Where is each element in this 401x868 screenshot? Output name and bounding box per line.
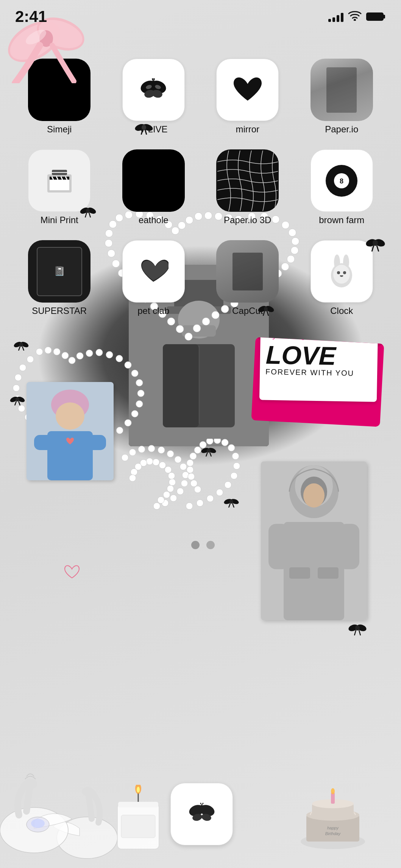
app-grid-row2: Mini Print eathole bbox=[15, 149, 386, 225]
love-card-subtitle: FOREVER WITH YOU bbox=[265, 368, 371, 378]
app-paperio[interactable]: Paper.io bbox=[298, 59, 386, 135]
app-capcut[interactable]: CapCut bbox=[203, 240, 292, 316]
svg-point-163 bbox=[138, 446, 145, 453]
svg-point-265 bbox=[355, 625, 360, 630]
svg-point-128 bbox=[131, 410, 138, 417]
svg-point-98 bbox=[264, 307, 268, 311]
svg-rect-2 bbox=[383, 15, 385, 19]
svg-point-198 bbox=[214, 439, 221, 444]
bow-decoration-pearl-1 bbox=[80, 204, 97, 219]
swan-left bbox=[0, 766, 95, 860]
svg-line-267 bbox=[359, 630, 360, 635]
cake-item: happy Birthday bbox=[295, 777, 371, 853]
svg-point-36 bbox=[337, 271, 340, 274]
svg-line-148 bbox=[22, 346, 24, 351]
app-mirror[interactable]: mirror bbox=[203, 59, 292, 135]
svg-line-100 bbox=[267, 311, 268, 316]
svg-point-183 bbox=[146, 458, 153, 465]
app-petclab[interactable]: pet clab bbox=[109, 240, 198, 316]
svg-line-216 bbox=[229, 503, 230, 508]
svg-line-147 bbox=[19, 346, 20, 351]
svg-line-99 bbox=[263, 311, 265, 316]
app-label-superstar: SUPERSTAR bbox=[32, 306, 87, 316]
svg-point-175 bbox=[158, 497, 164, 503]
svg-point-186 bbox=[131, 469, 137, 475]
svg-point-49 bbox=[289, 229, 296, 236]
svg-rect-1 bbox=[367, 13, 383, 20]
svg-point-182 bbox=[153, 459, 159, 466]
svg-point-203 bbox=[187, 460, 193, 466]
svg-point-140 bbox=[62, 352, 69, 359]
svg-point-193 bbox=[231, 472, 237, 479]
bow-decoration-1 bbox=[134, 120, 153, 136]
svg-point-168 bbox=[180, 463, 187, 470]
svg-point-180 bbox=[165, 466, 172, 473]
svg-line-153 bbox=[19, 401, 20, 405]
bow-decoration-third-2 bbox=[223, 495, 239, 509]
bow-decoration-lower-1 bbox=[13, 339, 29, 352]
app-label-miniprint: Mini Print bbox=[41, 215, 78, 225]
svg-point-187 bbox=[129, 475, 136, 481]
svg-point-134 bbox=[116, 355, 123, 362]
svg-point-139 bbox=[69, 357, 75, 364]
app-superstar[interactable]: 📓 SUPERSTAR bbox=[15, 240, 104, 316]
svg-text:happy: happy bbox=[327, 826, 339, 830]
svg-point-166 bbox=[167, 450, 174, 457]
svg-point-230 bbox=[23, 779, 37, 789]
svg-point-199 bbox=[206, 439, 213, 444]
svg-point-172 bbox=[170, 495, 177, 502]
svg-point-37 bbox=[343, 271, 346, 274]
svg-point-171 bbox=[177, 488, 184, 495]
svg-point-138 bbox=[76, 352, 83, 359]
svg-point-133 bbox=[125, 362, 131, 368]
svg-line-261 bbox=[372, 245, 374, 252]
svg-point-194 bbox=[233, 463, 240, 469]
svg-text:8: 8 bbox=[340, 177, 343, 185]
love-card: My Darling LOVE FOREVER WITH YOU bbox=[253, 340, 382, 450]
svg-rect-237 bbox=[118, 802, 158, 807]
svg-point-126 bbox=[116, 427, 123, 434]
svg-text:Birthday: Birthday bbox=[325, 831, 341, 836]
svg-point-114 bbox=[13, 385, 20, 391]
svg-point-167 bbox=[175, 456, 181, 463]
svg-point-247 bbox=[200, 803, 201, 804]
bow-decoration-right bbox=[365, 234, 386, 253]
svg-point-164 bbox=[148, 445, 155, 452]
bow-decoration-third-1 bbox=[201, 444, 217, 458]
svg-point-191 bbox=[216, 489, 223, 496]
bottom-left-photo bbox=[27, 382, 114, 480]
status-icons bbox=[328, 10, 386, 23]
svg-point-207 bbox=[194, 486, 201, 493]
svg-point-143 bbox=[36, 348, 43, 355]
svg-point-65 bbox=[176, 325, 184, 333]
app-grid-row3: 📓 SUPERSTAR pet clab CapCut bbox=[15, 240, 386, 316]
svg-point-18 bbox=[153, 78, 155, 80]
svg-point-190 bbox=[207, 495, 214, 502]
svg-point-129 bbox=[136, 401, 143, 407]
app-brownfarm[interactable]: 8 brown farm bbox=[298, 149, 386, 225]
svg-point-260 bbox=[373, 240, 378, 246]
battery-icon bbox=[366, 12, 386, 22]
svg-point-112 bbox=[19, 364, 26, 371]
candle-item bbox=[110, 785, 167, 853]
svg-point-63 bbox=[193, 325, 201, 332]
app-paperio3d[interactable]: Paper.io 3D bbox=[203, 149, 292, 225]
app-vlive[interactable]: V LIVE bbox=[109, 59, 198, 135]
svg-point-210 bbox=[207, 449, 211, 453]
svg-line-262 bbox=[377, 245, 379, 252]
status-time: 2:41 bbox=[15, 8, 47, 26]
svg-point-17 bbox=[152, 78, 153, 80]
svg-point-93 bbox=[86, 208, 90, 213]
svg-point-142 bbox=[45, 347, 51, 354]
svg-point-130 bbox=[137, 390, 144, 397]
status-bar: 2:41 bbox=[0, 8, 401, 26]
svg-point-192 bbox=[225, 481, 231, 488]
svg-line-266 bbox=[354, 630, 356, 635]
right-fashion-photo bbox=[261, 461, 367, 620]
app-eathole[interactable]: eathole bbox=[109, 149, 198, 225]
svg-point-248 bbox=[202, 803, 203, 804]
butterfly-app[interactable] bbox=[170, 783, 233, 845]
svg-point-146 bbox=[19, 343, 23, 347]
svg-point-151 bbox=[16, 398, 19, 402]
love-card-title: LOVE bbox=[265, 342, 372, 370]
